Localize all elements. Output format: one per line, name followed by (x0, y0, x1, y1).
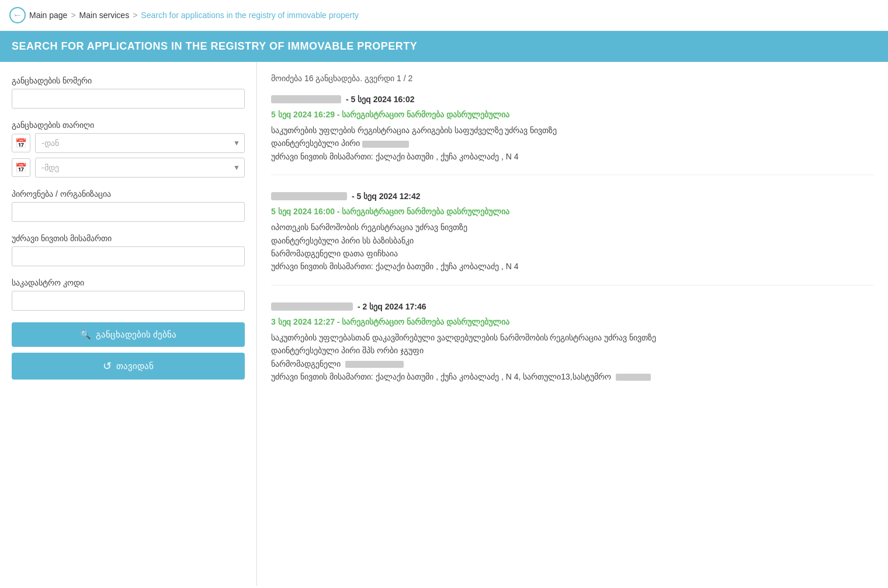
application-date-label: განცხადების თარიღი (12, 120, 245, 130)
date-to-row: 📅 -მდე ▼ (12, 158, 245, 178)
search-sidebar: განცხადების ნომერი განცხადების თარიღი 📅 … (0, 62, 257, 586)
result-card-3: - 2 სეq 2024 17:46 3 სეq 2024 12:27 - სა… (271, 302, 874, 395)
cadaster-code-label: საკადასტრო კოდი (12, 278, 245, 287)
status-datetime-1: 5 სეq 2024 16:29 (271, 110, 335, 119)
breadcrumb-sep1: > (71, 11, 75, 20)
status-datetime-2: 5 სეq 2024 16:00 (271, 207, 335, 216)
result-detail-2: იპოთეკის ნარმოშობის რეგისტრაცია უძრავ ნი… (271, 221, 874, 273)
main-layout: განცხადების ნომერი განცხადების თარიღი 📅 … (0, 62, 888, 586)
breadcrumb-current: Search for applications in the registry … (141, 11, 359, 20)
page-header: SEARCH FOR APPLICATIONS IN THE REGISTRY … (0, 31, 888, 62)
results-summary: მოიძება 16 განცხადება. გვერდი 1 / 2 (271, 74, 874, 83)
detail-line-2-2: დაინტერესებული პირი სს ბაზისბანკი (271, 234, 874, 247)
detail-line-1-3: უძრავი ნივთის მისამართი: ქალაქი ბათუმი ,… (271, 150, 874, 163)
cadaster-code-group: საკადასტრო კოდი (12, 278, 245, 311)
result-id-row-3: - 2 სეq 2024 17:46 (271, 302, 874, 311)
person-org-label: პიროვნება / ორგანიზაცია (12, 189, 245, 199)
detail-blur-1-2 (362, 141, 409, 148)
breadcrumb: ← Main page > Main services > Search for… (0, 0, 888, 31)
back-icon: ← (13, 10, 22, 20)
date-from-select[interactable]: -დან (35, 133, 245, 153)
result-id-row-1: - 5 სეq 2024 16:02 (271, 95, 874, 104)
result-card-1: - 5 სეq 2024 16:02 5 სეq 2024 16:29 - სა… (271, 95, 874, 175)
results-panel: მოიძება 16 განცხადება. გვერდი 1 / 2 - 5 … (257, 62, 888, 586)
calendar-to-icon[interactable]: 📅 (12, 158, 30, 177)
detail-line-1-2: დაინტერესებული პირი (271, 137, 874, 149)
result-id-blur-2 (271, 192, 347, 200)
back-button[interactable]: ← (9, 7, 26, 23)
search-button[interactable]: 🔍 განცხადების ძებნა (12, 322, 245, 347)
breadcrumb-sep2: > (133, 11, 137, 20)
cadaster-code-input[interactable] (12, 291, 245, 311)
result-id-row-2: - 5 სეq 2024 12:42 (271, 192, 874, 201)
detail-line-3-4: უძრავი ნივთის მისამართი: ქალაქი ბათუმი ,… (271, 370, 874, 383)
page-title: SEARCH FOR APPLICATIONS IN THE REGISTRY … (12, 40, 417, 52)
detail-prefix-1-2: დაინტერესებული პირი (271, 138, 360, 148)
calendar-from-icon[interactable]: 📅 (12, 134, 30, 152)
property-address-label: უძრავი ნივთის მისამართი (12, 234, 245, 243)
date-to-select[interactable]: -მდე (35, 158, 245, 178)
status-text-3: სარეგისტრაციო ნარმოება დასრულებულია (342, 317, 509, 326)
detail-line-2-3: ნარმომადგენელი დათა ფიჩხაია (271, 247, 874, 260)
result-status-3: 3 სეq 2024 12:27 - სარეგისტრაციო ნარმოებ… (271, 317, 874, 326)
reset-button[interactable]: ↺ თავიდან (12, 353, 245, 380)
reset-button-label: თავიდან (116, 361, 154, 371)
detail-addr-3: უძრავი ნივთის მისამართი: ქალაქი ბათუმი ,… (271, 372, 611, 381)
application-date-group: განცხადების თარიღი 📅 -დან ▼ 📅 -მდე ▼ (12, 120, 245, 178)
status-sep-3: - (335, 317, 342, 326)
detail-line-3-1: საკუთრების უფლებასთან დაკავშირებული ვალდ… (271, 331, 874, 344)
breadcrumb-main-page[interactable]: Main page (29, 11, 67, 20)
date-from-row: 📅 -დან ▼ (12, 133, 245, 153)
result-detail-1: საკუთრების უფლების რეგისტრაცია გარიგების… (271, 124, 874, 163)
result-date-1: - 5 სეq 2024 16:02 (346, 95, 415, 104)
status-sep-2: - (335, 207, 342, 216)
result-detail-3: საკუთრების უფლებასთან დაკავშირებული ვალდ… (271, 331, 874, 384)
date-from-wrapper: -დან ▼ (35, 133, 245, 153)
property-address-group: უძრავი ნივთის მისამართი (12, 234, 245, 266)
result-id-blur-1 (271, 95, 341, 103)
detail-line-1-1: საკუთრების უფლების რეგისტრაცია გარიგების… (271, 124, 874, 137)
status-text-2: სარეგისტრაციო ნარმოება დასრულებულია (342, 207, 509, 216)
detail-blur-3-3 (345, 361, 404, 368)
result-card-2: - 5 სეq 2024 12:42 5 სეq 2024 16:00 - სა… (271, 192, 874, 286)
application-number-label: განცხადების ნომერი (12, 76, 245, 85)
breadcrumb-main-services[interactable]: Main services (79, 11, 130, 20)
search-icon: 🔍 (80, 329, 91, 340)
person-org-group: პიროვნება / ორგანიზაცია (12, 189, 245, 222)
result-status-2: 5 სეq 2024 16:00 - სარეგისტრაციო ნარმოებ… (271, 207, 874, 216)
application-number-group: განცხადების ნომერი (12, 76, 245, 109)
date-to-wrapper: -მდე ▼ (35, 158, 245, 178)
detail-line-2-1: იპოთეკის ნარმოშობის რეგისტრაცია უძრავ ნი… (271, 221, 874, 234)
status-sep-1: - (335, 110, 342, 119)
detail-line-2-4: უძრავი ნივთის მისამართი: ქალაქი ბათუმი ,… (271, 260, 874, 273)
reset-icon: ↺ (103, 360, 112, 373)
status-text-1: სარეგისტრაციო ნარმოება დასრულებულია (342, 110, 509, 119)
result-id-blur-3 (271, 302, 353, 311)
detail-blur-3-4 (616, 374, 651, 381)
detail-line-3-2: დაინტერესებული პირი შპს ორბი ჯგუფი (271, 344, 874, 357)
result-date-2: - 5 სეq 2024 12:42 (352, 192, 421, 201)
result-date-3: - 2 სეq 2024 17:46 (358, 302, 426, 311)
search-button-label: განცხადების ძებნა (96, 329, 176, 340)
person-org-input[interactable] (12, 202, 245, 222)
detail-prefix-3-3: ნარმომადგენელი (271, 359, 341, 368)
status-datetime-3: 3 სეq 2024 12:27 (271, 317, 335, 326)
application-number-input[interactable] (12, 89, 245, 109)
property-address-input[interactable] (12, 246, 245, 266)
result-status-1: 5 სეq 2024 16:29 - სარეგისტრაციო ნარმოებ… (271, 110, 874, 119)
detail-line-3-3: ნარმომადგენელი (271, 357, 874, 370)
